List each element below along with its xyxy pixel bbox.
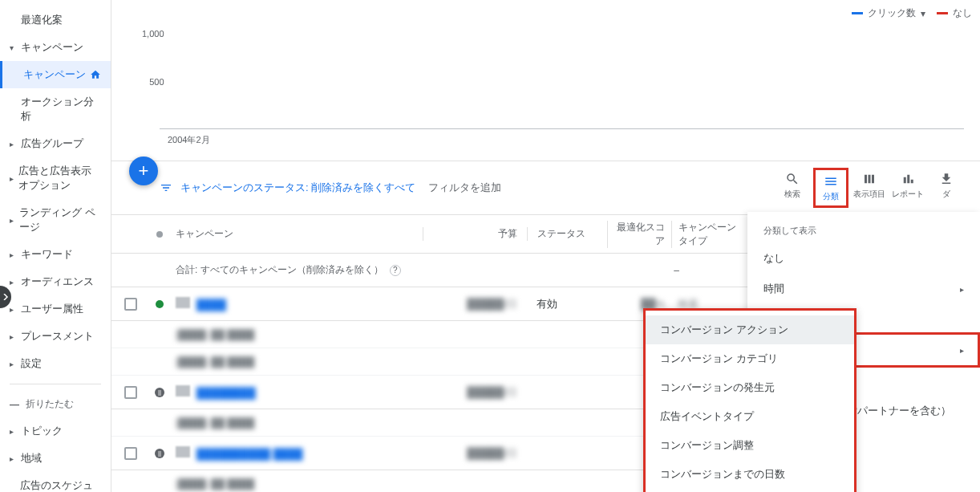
chevron-right-icon: ▸ [10, 216, 16, 225]
chart-y-axis: 1,000 500 [142, 29, 164, 125]
sidebar-item-ads-extensions[interactable]: ▸広告と広告表示オプション [0, 157, 111, 199]
sidebar-item-campaigns-group[interactable]: ▾キャンペーン [0, 34, 111, 61]
chevron-right-icon: ▸ [10, 278, 18, 287]
sidebar-item-schedule[interactable]: ▸広告のスケジュール [0, 472, 111, 492]
add-filter[interactable]: フィルタを追加 [428, 181, 501, 195]
sidebar-item-topics[interactable]: ▸トピック [0, 417, 111, 445]
sidebar-item-landing[interactable]: ▸ランディング ページ [0, 199, 111, 241]
campaign-name-link[interactable]: ████████ [196, 387, 256, 399]
sidebar-item-adgroups[interactable]: ▸広告グループ [0, 130, 111, 157]
submenu-conv-action[interactable]: コンバージョン アクション [646, 315, 854, 344]
chevron-right-icon: ▸ [960, 346, 964, 355]
segment-time[interactable]: 時間▸ [747, 274, 980, 304]
sidebar-item-audience[interactable]: ▸オーディエンス [0, 268, 111, 295]
sidebar-item-auction[interactable]: オークション分析 [0, 88, 111, 130]
submenu-conv-category[interactable]: コンバージョン カテゴリ [646, 344, 854, 373]
submenu-ad-event[interactable]: 広告イベントタイプ [646, 402, 854, 431]
search-icon [785, 171, 800, 187]
status-paused-icon: || [155, 449, 164, 458]
row-checkbox[interactable] [124, 298, 137, 311]
sidebar-item-settings[interactable]: ▸設定 [0, 350, 111, 377]
col-status[interactable]: ステータス [527, 227, 607, 241]
segment-icon [824, 173, 838, 189]
conversion-submenu: コンバージョン アクション コンバージョン カテゴリ コンバージョンの発生元 広… [643, 308, 856, 492]
sidebar-collapse[interactable]: —折りたたむ [0, 391, 111, 417]
chevron-right-icon: ▸ [10, 305, 18, 314]
toolbar-segment[interactable]: 分類 [813, 168, 848, 208]
sidebar: 最適化案 ▾キャンペーン キャンペーン オークション分析 ▸広告グループ ▸広告… [0, 0, 111, 492]
status-enabled-icon [156, 300, 164, 308]
chevron-right-icon: ▸ [10, 140, 18, 148]
chevron-right-icon: ▸ [960, 285, 964, 294]
toolbar-report[interactable]: レポート [890, 168, 925, 203]
sidebar-item-keywords[interactable]: ▸キーワード [0, 241, 111, 268]
submenu-days-to-conv[interactable]: コンバージョンまでの日数 [646, 460, 854, 489]
col-campaign-type[interactable]: キャンペーン タイプ [671, 221, 745, 248]
row-checkbox[interactable] [124, 447, 137, 460]
chevron-right-icon: ▸ [10, 489, 17, 493]
chevron-right-icon: ▸ [10, 250, 18, 259]
sidebar-item-placements[interactable]: ▸プレースメント [0, 323, 111, 350]
main-content: クリック数 ▾ なし 1,000 500 2004年2月 + キャン [111, 0, 980, 492]
chevron-right-icon: ▸ [10, 332, 18, 341]
toolbar-download[interactable]: ダ [929, 168, 964, 203]
submenu-conv-source[interactable]: コンバージョンの発生元 [646, 373, 854, 402]
status-paused-icon: || [155, 388, 164, 397]
submenu-conv-adjust[interactable]: コンバージョン調整 [646, 431, 854, 460]
columns-icon [862, 171, 877, 187]
chevron-right-icon: ▸ [10, 454, 18, 463]
filter-chip[interactable]: キャンペーンのステータス: 削除済みを除くすべて [180, 181, 415, 195]
sidebar-item-demographics[interactable]: ▸ユーザー属性 [0, 295, 111, 323]
sidebar-item-campaigns[interactable]: キャンペーン [0, 61, 111, 88]
chevron-right-icon: ▸ [10, 427, 18, 436]
chart-area: 1,000 500 2004年2月 [111, 0, 980, 152]
chevron-right-icon: ▸ [10, 174, 15, 183]
submenu-days-to-adjust[interactable]: コンバージョンまたは調整までの日数 [646, 489, 854, 492]
col-budget[interactable]: 予算 [423, 227, 527, 241]
plus-icon: + [139, 161, 149, 181]
campaign-name-link[interactable]: ██████████ ████ [196, 448, 303, 460]
segment-menu-title: 分類して表示 [747, 222, 980, 243]
sidebar-item-optimization[interactable]: 最適化案 [0, 6, 111, 34]
filter-icon [160, 181, 172, 194]
toolbar-columns[interactable]: 表示項目 [852, 168, 887, 203]
minus-icon: — [10, 399, 21, 410]
help-icon[interactable]: ? [390, 265, 401, 276]
chevron-down-icon: ▾ [10, 43, 18, 52]
col-optscore[interactable]: 最適化スコア [607, 221, 671, 248]
chevron-right-icon: ▸ [10, 360, 18, 368]
row-checkbox[interactable] [124, 386, 137, 399]
sidebar-item-locations[interactable]: ▸地域 [0, 445, 111, 472]
segment-none[interactable]: なし [747, 243, 980, 274]
campaign-name-link[interactable]: ████ [196, 299, 226, 311]
col-campaign[interactable]: キャンペーン [169, 227, 423, 241]
add-campaign-fab[interactable]: + [129, 157, 158, 185]
download-icon [939, 171, 954, 187]
chart-x-label: 2004年2月 [168, 134, 964, 146]
status-header-icon [156, 231, 163, 238]
toolbar-search[interactable]: 検索 [775, 168, 810, 203]
home-icon [90, 69, 101, 80]
report-icon [901, 171, 915, 187]
